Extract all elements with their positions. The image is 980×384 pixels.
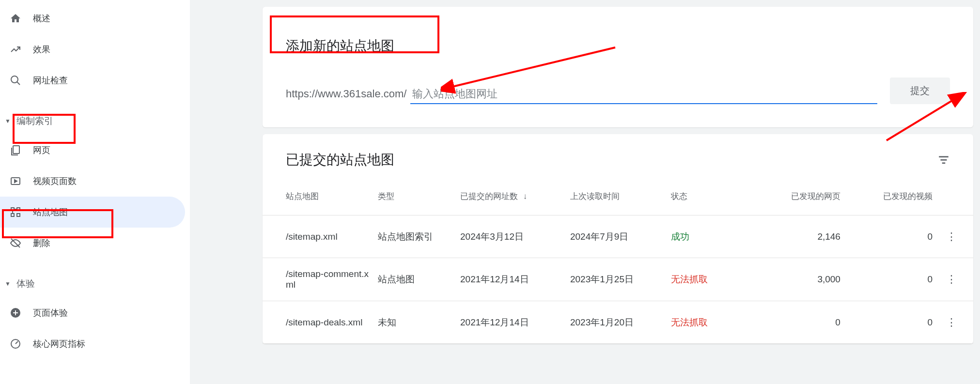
circle-plus-icon [9,306,22,320]
table-row[interactable]: /sitemap-comment.xml站点地图2021年12月14日2023年… [263,258,973,301]
nav-label: 网页 [33,144,50,156]
more-icon[interactable]: ⋮ [946,316,957,329]
cell-videos: 0 [850,231,942,242]
gauge-icon [9,337,22,351]
nav-label: 页面体验 [33,307,68,319]
nav-label: 网址检查 [33,75,68,86]
more-icon[interactable]: ⋮ [946,230,957,243]
add-sitemap-card: 添加新的站点地图 https://www.361sale.com/ 提交 [263,7,973,127]
list-header: 已提交的站点地图 [263,151,973,178]
sitemap-table: 站点地图 类型 已提交的网址数 ↓ 上次读取时间 状态 已发现的网页 已发现的视… [263,178,973,344]
cell-type: 站点地图索引 [378,230,460,243]
col-header-videos[interactable]: 已发现的视频 [850,191,942,202]
cell-pages: 0 [753,317,850,328]
cell-videos: 0 [850,274,942,285]
table-row[interactable]: /sitemap.xml站点地图索引2024年3月12日2024年7月9日成功2… [263,215,973,258]
nav-video-pages[interactable]: 视频页面数 [0,166,190,197]
hide-icon [9,236,22,250]
svg-rect-6 [17,208,20,211]
nav-overview[interactable]: 概述 [0,3,190,34]
cell-submitted: 2024年3月12日 [460,230,570,243]
cell-sitemap: /sitemap.xml [286,231,378,242]
pages-icon [9,143,22,157]
svg-marker-4 [15,180,17,183]
nav-label: 站点地图 [33,206,68,218]
filter-icon[interactable] [937,154,950,166]
nav-label: 效果 [33,44,50,55]
svg-line-1 [17,82,20,85]
sitemap-icon [9,205,22,219]
chevron-down-icon: ▼ [5,118,12,124]
url-input-row: https://www.361sale.com/ 提交 [286,77,950,104]
submitted-sitemaps-card: 已提交的站点地图 站点地图 类型 已提交的网址数 ↓ 上次读取时间 状态 已发现… [263,134,973,344]
svg-rect-15 [941,159,947,161]
cell-pages: 3,000 [753,274,850,285]
nav-url-inspect[interactable]: 网址检查 [0,65,190,96]
nav-core-web-vitals[interactable]: 核心网页指标 [0,328,190,359]
nav-label: 概述 [33,13,50,24]
cell-videos: 0 [850,317,942,328]
svg-rect-5 [11,208,14,211]
table-head: 站点地图 类型 已提交的网址数 ↓ 上次读取时间 状态 已发现的网页 已发现的视… [263,178,973,215]
col-header-submitted[interactable]: 已提交的网址数 ↓ [460,191,570,202]
chevron-down-icon: ▼ [5,280,12,287]
col-header-type[interactable]: 类型 [378,191,460,202]
main-content: 添加新的站点地图 https://www.361sale.com/ 提交 已提交… [190,0,980,384]
svg-rect-14 [939,156,949,157]
cell-submitted: 2021年12月14日 [460,273,570,286]
cell-type: 未知 [378,316,460,329]
nav-page-experience[interactable]: 页面体验 [0,297,190,328]
cell-last-read: 2024年7月9日 [570,230,671,243]
col-header-pages[interactable]: 已发现的网页 [753,191,850,202]
sidebar: 概述 效果 网址检查 ▼ 编制索引 网页 视频页面数 站点地图 [0,0,190,384]
svg-rect-16 [942,162,946,164]
cell-last-read: 2023年1月20日 [570,316,671,329]
sitemap-url-input[interactable] [410,85,877,104]
add-sitemap-title: 添加新的站点地图 [286,37,950,55]
section-label: 体验 [16,277,35,290]
section-label: 编制索引 [16,115,53,127]
svg-point-0 [11,76,18,83]
nav-section-experience[interactable]: ▼ 体验 [0,270,190,297]
sort-down-icon: ↓ [523,192,528,201]
cell-status: 无法抓取 [671,273,753,286]
nav-label: 核心网页指标 [33,338,85,350]
cell-status: 无法抓取 [671,316,753,329]
cell-sitemap: /sitemap-deals.xml [286,317,378,328]
cell-last-read: 2023年1月25日 [570,273,671,286]
nav-sitemaps[interactable]: 站点地图 [0,197,185,228]
home-icon [9,12,22,25]
nav-label: 视频页面数 [33,175,77,187]
nav-removals[interactable]: 删除 [0,228,190,259]
col-header-last-read[interactable]: 上次读取时间 [570,191,671,202]
cell-type: 站点地图 [378,273,460,286]
col-header-sitemap[interactable]: 站点地图 [286,191,378,202]
trend-icon [9,43,22,56]
table-row[interactable]: /sitemap-deals.xml未知2021年12月14日2023年1月20… [263,301,973,344]
svg-rect-8 [11,214,14,216]
nav-section-index[interactable]: ▼ 编制索引 [0,108,190,135]
cell-pages: 2,146 [753,231,850,242]
svg-rect-2 [13,146,19,154]
cell-status: 成功 [671,230,753,243]
nav-performance[interactable]: 效果 [0,34,190,65]
more-icon[interactable]: ⋮ [946,273,957,286]
svg-rect-7 [17,214,20,216]
search-icon [9,74,22,87]
col-header-status[interactable]: 状态 [671,191,753,202]
url-prefix: https://www.361sale.com/ [286,88,406,104]
list-title: 已提交的站点地图 [286,151,937,169]
cell-submitted: 2021年12月14日 [460,316,570,329]
nav-label: 删除 [33,237,50,249]
nav-pages[interactable]: 网页 [0,135,190,166]
submit-button[interactable]: 提交 [890,77,950,104]
cell-sitemap: /sitemap-comment.xml [286,269,378,290]
video-icon [9,174,22,188]
